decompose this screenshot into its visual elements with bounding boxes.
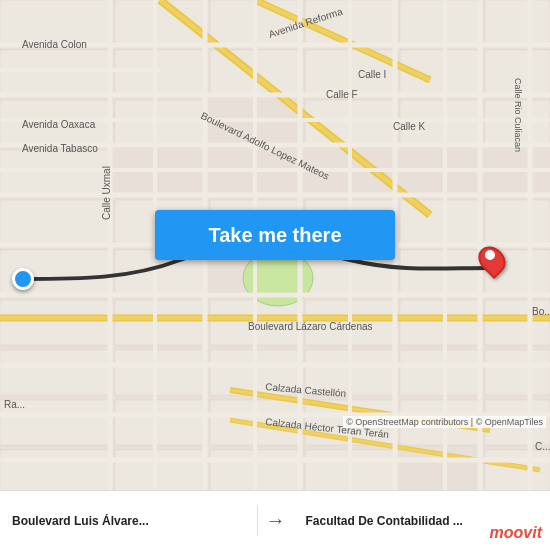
svg-rect-8 — [0, 350, 110, 395]
svg-text:C...: C... — [535, 441, 550, 452]
route-arrow-icon: → — [258, 509, 294, 532]
svg-rect-7 — [0, 300, 110, 345]
svg-text:Bo...: Bo... — [532, 306, 550, 317]
svg-rect-36 — [400, 0, 480, 45]
origin-marker — [12, 268, 34, 290]
destination-marker — [480, 245, 504, 275]
svg-rect-39 — [400, 200, 480, 245]
from-value: Boulevard Luis Álvare... — [12, 514, 245, 528]
svg-rect-12 — [115, 50, 205, 95]
svg-rect-47 — [485, 200, 550, 245]
svg-text:Calle K: Calle K — [393, 121, 426, 132]
svg-rect-40 — [400, 250, 480, 295]
svg-text:Avenida Oaxaca: Avenida Oaxaca — [22, 119, 96, 130]
svg-rect-4 — [0, 150, 110, 195]
svg-rect-2 — [0, 50, 110, 95]
svg-text:Calle Uxmal: Calle Uxmal — [101, 166, 112, 220]
map-container: Avenida Colon Avenida Oaxaca Avenida Tab… — [0, 0, 550, 490]
svg-rect-18 — [115, 400, 205, 445]
bottom-bar: Boulevard Luis Álvare... → Facultad De C… — [0, 490, 550, 550]
svg-text:Calle Rio Culiacan: Calle Rio Culiacan — [513, 78, 523, 152]
svg-rect-16 — [115, 300, 205, 345]
svg-rect-50 — [485, 350, 550, 395]
svg-rect-19 — [115, 450, 205, 490]
map-attribution: © OpenStreetMap contributors | © OpenMap… — [343, 416, 546, 428]
from-location: Boulevard Luis Álvare... — [0, 506, 258, 536]
svg-rect-10 — [0, 450, 110, 490]
svg-text:Ra...: Ra... — [4, 399, 25, 410]
moovit-logo: moovit — [490, 524, 542, 542]
take-me-there-button[interactable]: Take me there — [155, 210, 395, 260]
svg-text:Avenida Colon: Avenida Colon — [22, 39, 87, 50]
svg-rect-52 — [485, 450, 550, 490]
svg-rect-44 — [485, 0, 550, 45]
svg-text:Avenida Tabasco: Avenida Tabasco — [22, 143, 98, 154]
svg-text:Boulevard Lázaro Cárdenas: Boulevard Lázaro Cárdenas — [248, 321, 373, 332]
svg-rect-41 — [400, 300, 480, 345]
svg-rect-13 — [115, 100, 205, 145]
svg-rect-5 — [0, 200, 110, 245]
svg-text:Calle I: Calle I — [358, 69, 386, 80]
svg-text:Calle F: Calle F — [326, 89, 358, 100]
svg-rect-42 — [400, 350, 480, 395]
svg-rect-17 — [115, 350, 205, 395]
